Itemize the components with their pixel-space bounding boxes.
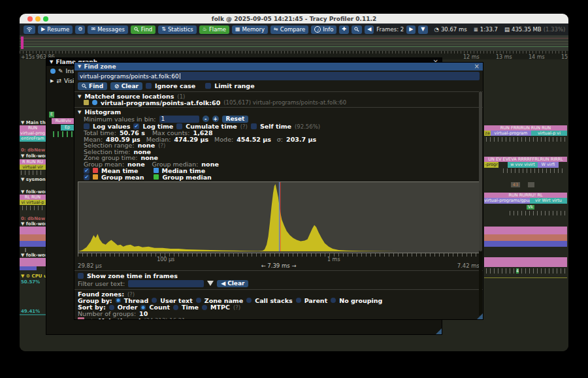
tools-button[interactable]: ✚ [339,25,349,34]
traffic-light-close[interactable] [27,16,33,22]
scrollbar[interactable] [479,91,482,315]
timeline-zone[interactable]: vir Wirt virtu [530,198,567,204]
groupby-parent-radio[interactable] [296,298,301,303]
find-submit-button[interactable]: Find [78,82,107,90]
increment-button[interactable]: + [212,116,219,122]
messages-button[interactable]: ✉Messages [88,25,127,34]
timeline-zone[interactable]: Ep [61,125,74,131]
timeline-zone[interactable]: RUN [20,125,46,131]
limit-range-checkbox[interactable] [205,83,211,89]
show-group-mean-checkbox[interactable]: ✔ [84,174,90,180]
zoom-button[interactable] [351,25,362,34]
filter-input[interactable] [128,280,204,287]
timeline-thread-label[interactable]: ▼ ⚙ CPU u [21,274,47,279]
found-zone-group-row[interactable]: ▶ Main thread (34,313) 16.21 s [74,317,483,321]
timeline-zone[interactable] [25,248,26,252]
connection-button[interactable] [24,25,35,34]
statistics-button[interactable]: ⇅Statistics [158,25,197,34]
frame-dropdown-button[interactable]: ▼ [418,25,427,34]
timeline-zone[interactable] [20,266,37,270]
timeline-zone[interactable] [484,241,567,247]
timeline-zone[interactable] [20,234,46,241]
timeline-zone[interactable]: UN EV EVEVA RRRRFFRLRUN RIRRL [484,157,567,162]
timeline-zone[interactable] [484,277,567,278]
timeline-zone[interactable]: virtual-programs/gpu/textur [484,198,530,204]
find-zone-titlebar[interactable]: ▼ Find zone × [74,63,483,71]
timeline-zone[interactable]: 4 [516,268,519,274]
next-frame-button[interactable]: ▶ [406,25,416,34]
reset-button[interactable]: Reset [222,116,249,123]
settings-button[interactable]: ⚙ [75,25,85,34]
flame-button[interactable]: ♨Flame [199,25,229,34]
show-mean-checkbox[interactable]: ✔ [84,168,90,174]
timeline-zone[interactable]: virtual-prog [20,131,46,136]
timeline-zone[interactable]: Vk [527,205,534,210]
groupby-callstacks-radio[interactable] [246,298,252,303]
groupby-usertext-radio[interactable] [152,298,157,303]
log-values-checkbox[interactable] [84,123,90,129]
filter-clear-button[interactable]: ◀Clear [217,280,248,287]
timeline-zone[interactable]: -progr [484,162,498,168]
timeline-zone[interactable]: R RUN RU [20,159,46,165]
timeline-zone[interactable]: 43 [511,182,520,187]
decrement-button[interactable]: - [203,116,209,122]
timeline-thread-label[interactable]: ▼ sysmon [21,177,46,182]
timeline-zone[interactable]: RuWviv [52,118,75,124]
collapse-icon[interactable]: ▼ [78,110,81,115]
timeline-zone[interactable] [20,227,46,234]
timeline-zone[interactable] [20,241,46,247]
close-icon[interactable]: × [474,63,480,70]
groupby-zonename-radio[interactable] [196,298,201,303]
traffic-light-zoom[interactable] [43,16,48,22]
matched-location-row[interactable]: virtual-programs/points-at.folk:60 (105,… [74,99,483,106]
groupby-nogrouping-radio[interactable] [331,298,336,303]
self-time-checkbox[interactable] [251,123,257,129]
traffic-light-minimize[interactable] [35,16,41,22]
frame-time-graph[interactable] [20,35,568,51]
clear-button[interactable]: ⊘Clear [110,82,142,90]
timeline-zone[interactable]: entireFram [20,136,46,142]
resume-button[interactable]: ▶Resume [38,25,73,34]
sortby-order-radio[interactable] [109,305,114,310]
timeline-zone[interactable]: E [49,112,54,118]
timeline-thread-label[interactable]: 0: dbNew [21,148,45,153]
timeline-zone[interactable]: RUN FRRIRUN RUN RUN [484,125,567,131]
timeline-thread-label[interactable]: 49.41% [21,309,40,314]
memory-button[interactable]: ▦Memory [232,25,268,34]
timeline-zone[interactable]: virtual-p vi [531,131,567,136]
find-button[interactable]: Find [131,25,155,34]
log-time-checkbox[interactable]: ✔ [133,123,139,129]
timeline-zone[interactable] [484,234,567,241]
timeline-zone[interactable]: W virfi [538,162,559,168]
scrollbar-thumb[interactable] [479,91,482,251]
info-button[interactable]: iInfo [311,25,336,34]
timeline-thread-label[interactable]: 50.57% [21,279,40,285]
expand-icon[interactable]: ▶ [91,318,95,320]
cumulate-time-checkbox[interactable] [176,123,182,129]
search-input[interactable]: virtual-programs/points-at.folk:60 [78,72,480,80]
timeline-zone[interactable] [484,257,567,267]
timeline-zone[interactable]: RUN RURRU! RL [484,193,567,198]
sortby-count-radio[interactable] [140,305,146,310]
timeline-thread-label[interactable]: 0: dbNew [21,216,45,221]
collapse-icon[interactable]: ▼ [50,59,53,65]
timeline-zone[interactable]: vi virtual-p [20,200,46,205]
timeline-zone[interactable]: za [484,131,491,136]
prev-frame-button[interactable]: ◀ [365,25,374,34]
sortby-mtpc-radio[interactable] [202,305,207,310]
collapse-icon[interactable]: ▼ [78,64,81,69]
timeline-zone[interactable]: virtual-program [491,131,531,136]
timeline-zone[interactable]: w vvv vivirt [508,162,538,168]
timeline-zone[interactable] [20,258,46,266]
resize-handle[interactable] [436,328,442,334]
show-zone-time-checkbox[interactable] [78,273,84,279]
sortby-time-radio[interactable] [173,305,178,310]
timeline-zone[interactable]: virtual vir [20,165,46,170]
filter-icon[interactable] [207,281,214,286]
timeline-zone[interactable] [528,182,534,187]
frame-time-spike[interactable] [21,37,24,49]
groupby-thread-radio[interactable] [116,298,121,303]
collapse-icon[interactable]: ▼ [78,94,81,99]
resize-handle[interactable] [477,313,483,319]
histogram-plot[interactable] [78,181,480,253]
